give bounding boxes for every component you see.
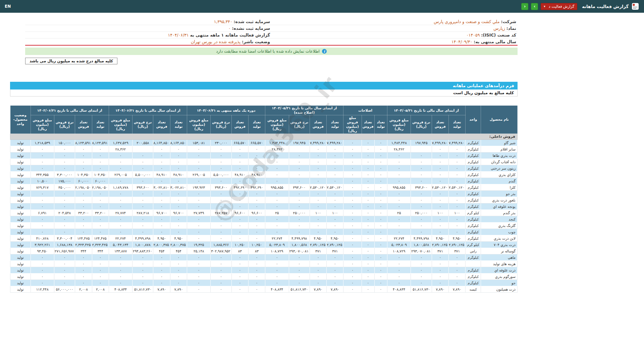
value-cell: ۲,۷۹۰,۱۲۵ [448, 242, 465, 248]
previous-report-button[interactable]: ‹ [521, 3, 528, 10]
info-label: نماد: [506, 26, 516, 31]
value-cell: ۰ [411, 203, 432, 210]
value-cell: ۱۵۰,۰۰۰ [54, 140, 75, 146]
value-cell: ۰ [54, 216, 75, 223]
value-cell: ۰ [54, 274, 75, 280]
value-cell: ۹۶,۶۰۰ [231, 210, 248, 216]
product-status-cell: تولید [10, 248, 31, 254]
value-cell: ۰ [109, 203, 132, 210]
sub-column-header: مبلغ فروش (میلیون ریال) [387, 115, 411, 134]
value-cell: ۰ [289, 216, 310, 223]
info-cell: شرکت: ملي کشت و صنعت و دامپروري پارس [271, 18, 518, 25]
value-cell: ۰ [374, 235, 387, 242]
value-cell: ۰ [170, 274, 187, 280]
value-cell: ۰ [448, 159, 465, 165]
info-cell: وضعیت ناشر: پذيرفته شده در بورس تهران [25, 39, 271, 46]
value-cell: ۲,۸۰۰,۳۷۵ [153, 242, 170, 248]
value-cell: ۰ [153, 229, 170, 235]
value-cell: ۰ [109, 274, 132, 280]
product-unit-cell: کیلوگرم [466, 223, 481, 229]
product-unit-cell: کیلوگرم [466, 140, 481, 146]
value-cell: ۸۳ [248, 248, 265, 254]
value-cell: ۰ [343, 146, 362, 153]
value-cell: ۰ [170, 280, 187, 286]
section-label: فروش داخلی: [10, 134, 518, 140]
value-cell: ۰ [374, 203, 387, 210]
value-cell: ۱۱۲,۴۴۸ [31, 286, 54, 293]
value-cell: ۱۰۴,۳۵۰ [75, 172, 92, 178]
table-row: سورگوم بذريکیلوگرم۰۰۰۰۰۰۰۰۰۰۰۰۰۰۰۰۰۰۰۰۰۰… [10, 274, 518, 280]
value-cell: ۳۹۳,۶۰۰ [289, 184, 310, 191]
next-report-button[interactable]: › [531, 3, 538, 10]
value-cell: ۰ [211, 280, 231, 286]
value-cell: ۰ [432, 172, 448, 178]
value-cell: ۰ [310, 229, 326, 235]
info-value: ۰۱۴۰۵۹ [466, 33, 480, 38]
value-cell: ۰ [211, 254, 231, 261]
value-cell: ۲۵ [387, 210, 411, 216]
product-name-cell: گندم [481, 178, 518, 184]
value-cell: ۰ [109, 267, 132, 274]
value-cell: ۰ [310, 197, 326, 203]
value-cell: ۰ [343, 248, 362, 254]
table-row: ذرت بذري ۷۰۴کیلو گرم۲,۷۹۰,۱۲۵۲,۷۹۰,۱۲۵۱,… [10, 242, 518, 248]
value-cell: ۰ [187, 229, 210, 235]
value-cell: ۰ [432, 223, 448, 229]
info-label: سرمایه ثبت شده: [234, 19, 270, 24]
value-cell: ۰ [327, 229, 343, 235]
value-cell: ۰ [92, 197, 109, 203]
product-name-cell: گلرنگ بذري [481, 223, 518, 229]
value-cell: ۰ [231, 159, 248, 165]
value-cell: ۷,۸۹۰ [327, 286, 343, 293]
value-cell: ۰ [362, 146, 374, 153]
value-cell: ۰ [362, 210, 374, 216]
value-cell: ۰ [92, 216, 109, 223]
value-cell: ۰ [31, 223, 54, 229]
value-cell: ۹۶,۶۰۰ [248, 210, 265, 216]
value-cell: ۰ [327, 254, 343, 261]
value-cell: ۱۰۸,۷۲۹ [265, 248, 289, 254]
value-cell: ۰ [187, 267, 210, 274]
value-cell: ۳,۰۲۲,۸۱۰ [153, 184, 170, 191]
product-status-cell: تولید [10, 146, 31, 153]
value-cell: ۰ [343, 274, 362, 280]
table-row: جوکیلوگرم۰۰۰۰۰۰۰۰۰۰۰۰۰۰۰۰۰۰۰۰۰۰۰تولید [10, 280, 518, 286]
value-cell: ۰ [132, 203, 153, 210]
value-cell: ۰ [432, 280, 448, 286]
chevron-right-icon: › [534, 4, 535, 9]
value-cell: ۰ [411, 229, 432, 235]
value-cell: ۹۶,۷۰۰ [170, 210, 187, 216]
product-unit-cell [466, 261, 481, 267]
value-cell: ۵,۰۲۳,۸۰۹ [265, 242, 289, 248]
value-cell: ۴,۹۵۰ [327, 235, 343, 242]
value-cell: ۰ [187, 254, 210, 261]
value-cell: ۰ [153, 267, 170, 274]
value-cell: ۷,۸۹۰ [448, 286, 465, 293]
product-unit-cell: راس [466, 248, 481, 254]
table-row: ذرت بذري طاهاکیلوگرم۰۰۰۰۰۰۰۰۰۰۰۰۰۰۰۰۰۰۰۰… [10, 153, 518, 159]
value-cell: ۲۸۷,۲۵۷ [211, 210, 231, 216]
value-cell: ۱,۸۸۵,۳۶۶ [211, 242, 231, 248]
value-cell: ۰ [343, 178, 362, 184]
info-value: زپارس [493, 26, 505, 31]
value-cell: ۰ [432, 261, 448, 267]
value-cell: ۲۵۰,۰۰۰ [411, 210, 432, 216]
value-cell: ۰ [170, 261, 187, 267]
value-cell: ۶۰,۰۰۰ [75, 178, 92, 184]
value-cell: ۰ [153, 254, 170, 261]
value-cell: ۰ [289, 274, 310, 280]
sub-column-header: تعداد فروش [75, 115, 92, 134]
product-status-cell: تولید [10, 178, 31, 184]
value-cell: ۰ [54, 191, 75, 197]
value-cell: ۰ [343, 242, 362, 248]
value-cell: ۱,۸۰۰,۵۶۸ [289, 242, 310, 248]
value-cell: ۰ [231, 261, 248, 267]
company-info-row: سال مالی منتهی به: ۱۴۰۴/۰۹/۳۰ وضعیت ناشر… [25, 39, 518, 46]
value-cell: ۰ [432, 146, 448, 153]
value-cell: ۴,۴۹۹,۷۹۸ [132, 235, 153, 242]
value-cell: ۰ [327, 153, 343, 159]
value-cell: ۰ [170, 197, 187, 203]
product-name-cell: زیتون سر درختي [481, 165, 518, 172]
report-type-dropdown[interactable]: گزارش فعالیت د ▾ [541, 3, 577, 10]
language-toggle-en[interactable]: EN [5, 4, 11, 9]
